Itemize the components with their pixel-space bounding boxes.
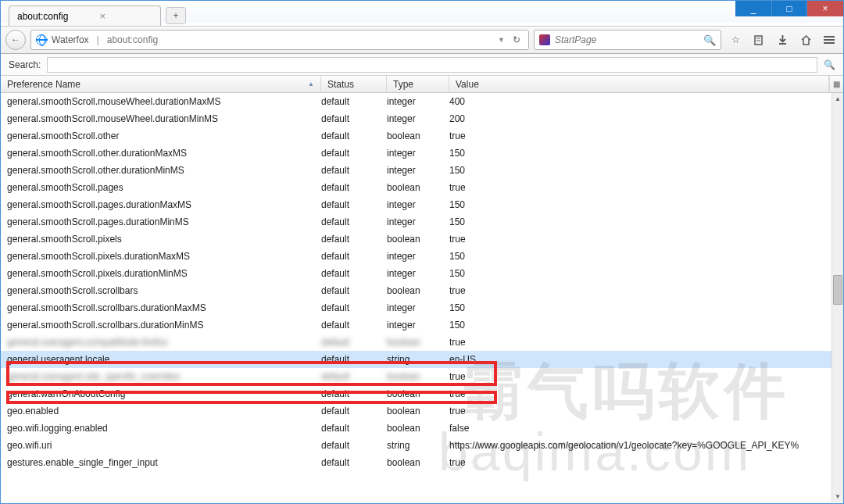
search-input[interactable]: [555, 34, 699, 45]
hamburger-icon: [824, 36, 835, 44]
preference-row[interactable]: general.smoothScroll.other.durationMinMS…: [1, 162, 831, 179]
search-go-icon[interactable]: 🔍: [703, 34, 716, 46]
window-minimize-button[interactable]: _: [735, 1, 771, 16]
pref-value: 150: [449, 148, 831, 159]
tab-close-icon[interactable]: ×: [99, 10, 106, 22]
preference-row[interactable]: general.smoothScroll.pixels.durationMaxM…: [1, 248, 831, 265]
back-button[interactable]: ←: [5, 30, 26, 50]
pref-name: general.smoothScroll.mouseWheel.duration…: [7, 96, 321, 107]
preference-row[interactable]: geo.wifi.logging.enableddefaultbooleanfa…: [1, 420, 831, 437]
pref-name: general.smoothScroll.other: [7, 130, 321, 141]
pref-type: integer: [387, 113, 449, 124]
browser-tab[interactable]: about:config ×: [9, 5, 161, 26]
search-label: Search:: [9, 59, 41, 70]
pref-status: default: [321, 423, 387, 434]
pref-name: general.useragent.compatMode.firefox: [7, 337, 321, 348]
header-preference-name[interactable]: Preference Name▲: [1, 76, 321, 92]
preference-row[interactable]: general.useragent.localedefaultstringen-…: [1, 351, 831, 368]
preference-row[interactable]: general.useragent.compatMode.firefoxdefa…: [1, 334, 831, 351]
header-type[interactable]: Type: [387, 76, 449, 92]
pref-status: default: [321, 182, 387, 193]
config-search-row: Search: 🔍: [1, 54, 843, 76]
pref-status: default: [321, 440, 387, 451]
url-dropdown-icon[interactable]: ▼: [498, 36, 505, 44]
new-tab-button[interactable]: +: [166, 7, 186, 24]
pref-type: integer: [387, 320, 449, 331]
bookmark-star-button[interactable]: ☆: [726, 30, 745, 49]
menu-button[interactable]: [820, 30, 839, 49]
window-close-button[interactable]: ×: [807, 1, 843, 16]
pref-status: default: [321, 148, 387, 159]
reload-button[interactable]: ↻: [510, 34, 524, 45]
pref-value: true: [449, 182, 831, 193]
preference-row[interactable]: general.useragent.site_specific_override…: [1, 368, 831, 385]
pref-type: boolean: [387, 423, 449, 434]
pref-value: true: [449, 234, 831, 245]
preference-row[interactable]: general.smoothScroll.scrollbars.duration…: [1, 299, 831, 316]
scrollbar-thumb[interactable]: [833, 275, 842, 305]
preferences-list: general.smoothScroll.mouseWheel.duration…: [1, 93, 843, 502]
preference-row[interactable]: general.smoothScroll.mouseWheel.duration…: [1, 110, 831, 127]
pref-type: integer: [387, 148, 449, 159]
pref-name: general.smoothScroll.scrollbars: [7, 285, 321, 296]
pref-value: 150: [449, 165, 831, 176]
pref-name: general.smoothScroll.pages: [7, 182, 321, 193]
preference-row[interactable]: general.smoothScroll.pixelsdefaultboolea…: [1, 231, 831, 248]
pref-value: 150: [449, 320, 831, 331]
preference-row[interactable]: general.smoothScroll.pages.durationMaxMS…: [1, 196, 831, 213]
pref-value: true: [449, 285, 831, 296]
pref-name: general.useragent.locale: [7, 354, 321, 365]
pref-name: general.smoothScroll.other.durationMinMS: [7, 165, 321, 176]
vertical-scrollbar[interactable]: ▲ ▼: [831, 93, 843, 502]
preference-row[interactable]: geo.wifi.uridefaultstringhttps://www.goo…: [1, 437, 831, 454]
search-engine-icon[interactable]: [539, 34, 550, 45]
preference-row[interactable]: general.smoothScroll.pixels.durationMinM…: [1, 265, 831, 282]
pref-name: geo.enabled: [7, 406, 321, 416]
pref-type: boolean: [387, 371, 449, 382]
library-button[interactable]: [749, 30, 768, 49]
pref-status: default: [321, 96, 387, 107]
column-headers: Preference Name▲ Status Type Value ▦: [1, 76, 843, 93]
pref-status: default: [321, 388, 387, 399]
header-status[interactable]: Status: [321, 76, 387, 92]
pref-value: 150: [449, 302, 831, 313]
scroll-up-button[interactable]: ▲: [832, 93, 843, 105]
tab-title: about:config: [17, 11, 68, 22]
pref-status: default: [321, 251, 387, 262]
preference-row[interactable]: general.smoothScroll.scrollbars.duration…: [1, 316, 831, 334]
preference-row[interactable]: general.smoothScroll.pagesdefaultboolean…: [1, 179, 831, 196]
header-value[interactable]: Value: [449, 76, 829, 92]
pref-status: default: [321, 371, 387, 382]
column-picker-button[interactable]: ▦: [829, 76, 843, 92]
identity-label: Waterfox: [52, 34, 89, 45]
pref-type: integer: [387, 165, 449, 176]
preference-row[interactable]: general.smoothScroll.other.durationMaxMS…: [1, 145, 831, 162]
preference-row[interactable]: general.smoothScroll.otherdefaultboolean…: [1, 127, 831, 145]
preference-row[interactable]: general.smoothScroll.mouseWheel.duration…: [1, 93, 831, 110]
preference-row[interactable]: general.smoothScroll.pages.durationMinMS…: [1, 213, 831, 231]
pref-type: integer: [387, 216, 449, 227]
pref-status: default: [321, 406, 387, 416]
pref-status: default: [321, 302, 387, 313]
search-bar[interactable]: 🔍: [534, 30, 721, 50]
pref-status: default: [321, 165, 387, 176]
pref-type: boolean: [387, 457, 449, 468]
preference-row[interactable]: geo.enableddefaultbooleantrue: [1, 402, 831, 420]
home-button[interactable]: [796, 30, 815, 49]
url-text: about:config: [107, 34, 158, 45]
window-maximize-button[interactable]: □: [771, 1, 807, 16]
pref-name: general.smoothScroll.pixels: [7, 234, 321, 245]
pref-value: en-US: [449, 354, 831, 365]
preference-row[interactable]: general.smoothScroll.scrollbarsdefaultbo…: [1, 282, 831, 299]
pref-name: general.useragent.site_specific_override…: [7, 371, 321, 382]
url-bar[interactable]: Waterfox | about:config ▼ ↻: [30, 30, 529, 50]
preference-row[interactable]: general.warnOnAboutConfigdefaultbooleant…: [1, 385, 831, 402]
pref-type: boolean: [387, 182, 449, 193]
scroll-down-button[interactable]: ▼: [832, 491, 843, 502]
pref-name: general.warnOnAboutConfig: [7, 388, 321, 399]
config-search-input[interactable]: [47, 57, 817, 73]
downloads-button[interactable]: [773, 30, 792, 49]
preference-row[interactable]: gestures.enable_single_finger_inputdefau…: [1, 454, 831, 471]
scrollbar-track[interactable]: [832, 105, 843, 491]
pref-value: 150: [449, 268, 831, 279]
